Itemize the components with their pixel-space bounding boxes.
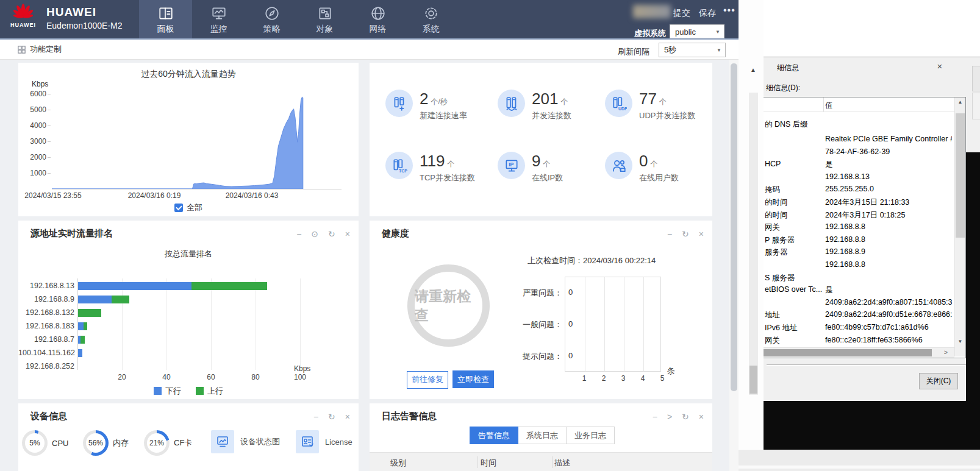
locate-icon[interactable]: ⊙ (311, 229, 318, 239)
detail-property-value[interactable]: 2409:8a62:2d4:a9f0:a807:151:4085:3e (825, 298, 952, 306)
background-scrollbar-thumb[interactable] (749, 366, 757, 394)
refresh-icon[interactable]: ↻ (682, 229, 689, 239)
nav-tab-策略[interactable]: 策略 (245, 0, 298, 38)
detail-property-value[interactable]: fe80::c2e0:18ff:fe63:5866%6 (825, 336, 952, 344)
detail-property-name[interactable]: IPv6 地址 (765, 323, 823, 333)
refresh-icon[interactable]: ↻ (682, 412, 689, 422)
log-tab-告警信息[interactable]: 告警信息 (470, 427, 518, 444)
log-tab-系统日志[interactable]: 系统日志 (518, 427, 567, 444)
close-button[interactable]: 关闭(C) (919, 373, 958, 389)
details-listview[interactable]: 值 的 DNS 后缀Realtek PCIe GBE Family Contro… (764, 97, 966, 358)
license-icon (296, 430, 319, 453)
minimize-icon[interactable]: − (653, 412, 657, 422)
bar-segment-下行 (78, 349, 82, 357)
submit-link[interactable]: 提交 (673, 8, 690, 19)
button-设备状态图[interactable]: 设备状态图 (211, 430, 280, 453)
detail-property-name[interactable]: S 服务器 (765, 273, 823, 283)
close-icon[interactable]: × (699, 229, 704, 239)
go-fix-button[interactable]: 前往修复 (407, 371, 448, 389)
detail-property-value[interactable]: 是 (825, 160, 952, 170)
detail-property-value[interactable]: 192.168.8.8 (825, 235, 952, 244)
detail-property-value[interactable]: 78-24-AF-36-62-39 (825, 147, 952, 156)
nav-tab-网络[interactable]: 网络 (351, 0, 404, 38)
expand-icon[interactable]: > (667, 412, 672, 422)
detail-property-value[interactable]: fe80::4b99:c57b:d7c1:a61d%6 (825, 323, 952, 331)
traffic-legend-label: 全部 (187, 202, 202, 213)
refresh-icon[interactable]: ↻ (328, 412, 335, 422)
bar-chart-legend: 下行上行 (18, 386, 359, 397)
detail-property-name[interactable]: 网关 (765, 222, 823, 233)
stat-在线用户数: 0个在线用户数 (605, 152, 712, 214)
save-link[interactable]: 保存 (699, 8, 716, 19)
function-customize-button[interactable]: 功能定制 (17, 44, 62, 55)
minimize-icon[interactable]: − (313, 412, 318, 422)
value-column-header[interactable]: 值 (825, 101, 832, 111)
scroll-up-icon[interactable]: ▲ (955, 97, 965, 107)
detail-property-name[interactable]: 掩码 (765, 185, 823, 195)
details-horizontal-scrollbar[interactable]: > (764, 347, 954, 358)
close-icon[interactable]: × (345, 412, 350, 422)
detail-property-value[interactable]: 2409:8a62:2d4:a9f0:d51e:6678:e866:b (825, 310, 952, 319)
detail-property-value[interactable]: Realtek PCIe GBE Family Controller # (825, 135, 952, 143)
detail-property-value[interactable]: 2024年3月15日 21:18:33 (825, 197, 952, 208)
stat-新建连接速率: 2个/秒新建连接速率 (385, 90, 498, 152)
dark-window-band (764, 401, 980, 450)
refresh-icon[interactable]: ↻ (328, 229, 335, 239)
detail-property-value[interactable]: 192.168.8.13 (825, 172, 952, 181)
bar-row (78, 309, 101, 317)
close-icon[interactable]: × (345, 229, 350, 239)
refresh-interval-select[interactable]: 5秒 ▼ (659, 43, 726, 57)
object-icon (317, 4, 333, 23)
detail-property-value[interactable]: 2024年3月17日 0:18:25 (825, 210, 952, 221)
log-tab-业务日志[interactable]: 业务日志 (567, 427, 615, 444)
detail-property-value[interactable]: 192.168.8.8 (825, 222, 952, 231)
column-divider (823, 97, 824, 112)
scroll-up-icon[interactable]: ▲ (748, 66, 758, 74)
bar-category-label: 192.168.8.9 (18, 295, 74, 303)
check-now-button[interactable]: 立即检查 (452, 370, 494, 388)
minimize-icon[interactable]: − (296, 229, 301, 239)
detail-property-name[interactable]: 的 DNS 后缀 (765, 119, 823, 130)
stat-label: 并发连接数 (532, 110, 571, 121)
nav-tab-监控[interactable]: 监控 (192, 0, 245, 38)
detail-property-value[interactable]: 是 (825, 285, 952, 296)
bar-row (78, 349, 82, 357)
y-tick-mark (48, 157, 51, 158)
background-scrollbar[interactable] (749, 93, 758, 395)
detail-property-value[interactable]: 192.168.8.9 (825, 247, 952, 256)
scroll-right-icon[interactable]: > (944, 349, 948, 356)
detail-property-name[interactable]: HCP (765, 160, 823, 168)
details-vertical-scrollbar[interactable]: ▲ ▼ (954, 97, 965, 356)
y-tick-mark (48, 110, 51, 110)
minimize-icon[interactable]: − (667, 229, 672, 239)
page-scrollbar-thumb[interactable] (731, 63, 737, 391)
button-License[interactable]: License (296, 430, 352, 453)
detail-property-value[interactable]: 192.168.8.8 (825, 260, 952, 269)
scrollbar-thumb[interactable] (956, 113, 965, 238)
detail-property-name[interactable]: 网关 (765, 336, 823, 346)
scrollbar-thumb[interactable] (764, 349, 932, 356)
checkbox-checked-icon[interactable] (174, 204, 183, 212)
detail-property-name[interactable]: 服务器 (765, 247, 823, 258)
column-divider (552, 456, 553, 468)
bar-category-label: 192.168.8.132 (18, 308, 74, 317)
detail-property-name[interactable]: 地址 (765, 310, 823, 320)
online-ip-icon: IP (498, 152, 525, 179)
close-icon[interactable]: × (699, 412, 704, 422)
more-menu-icon[interactable]: ••• (723, 5, 735, 16)
detail-property-name[interactable]: etBIOS over Tc... (765, 285, 823, 294)
detail-property-name[interactable]: 的时间 (765, 210, 823, 221)
virtual-system-select[interactable]: public ▼ (670, 24, 724, 38)
stat-value-row: 0个 (639, 152, 679, 171)
stat-value: 2 (420, 90, 428, 108)
scroll-down-icon[interactable]: ▼ (955, 337, 965, 347)
nav-tab-系统[interactable]: 系统 (404, 0, 457, 38)
detail-property-value[interactable]: 255.255.255.0 (825, 185, 952, 193)
stat-value: 201 (532, 90, 558, 108)
detail-property-name[interactable]: 的时间 (765, 197, 823, 208)
connection-new-icon (385, 90, 413, 117)
nav-tab-对象[interactable]: 对象 (298, 0, 351, 38)
nav-tab-面板[interactable]: 面板 (139, 0, 192, 38)
close-icon[interactable]: × (933, 60, 946, 73)
detail-property-name[interactable]: P 服务器 (765, 235, 823, 246)
